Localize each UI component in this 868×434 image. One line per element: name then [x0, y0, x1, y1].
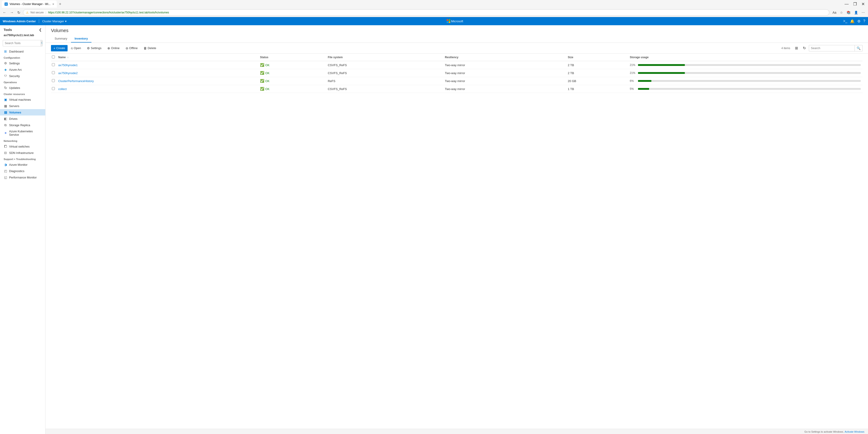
col-header-resiliency[interactable]: Resiliency	[443, 54, 566, 61]
sidebar-item-storage-replica[interactable]: Storage Replica	[0, 122, 45, 128]
diagnostics-icon	[4, 169, 7, 173]
row-checkbox-cell[interactable]	[51, 69, 56, 77]
activate-windows-link[interactable]: Activate Windows	[844, 430, 864, 433]
volume-name-link-2[interactable]: ClusterPerformanceHistory	[58, 79, 94, 83]
tools-search-box[interactable]: 🔍	[3, 40, 42, 46]
row-filesystem-2: ReFS	[326, 77, 443, 85]
row-status-0: ✅ OK	[258, 61, 326, 69]
sidebar-item-azure-monitor[interactable]: Azure Monitor	[0, 161, 45, 168]
open-button[interactable]: ⎋ Open	[68, 45, 84, 52]
volume-name-link-3[interactable]: collect	[58, 87, 67, 91]
row-checkbox-3[interactable]	[52, 87, 55, 90]
create-button[interactable]: + Create	[51, 45, 68, 52]
sidebar-item-virtual-switches[interactable]: Virtual switches	[0, 143, 45, 149]
cluster-manager-button[interactable]: Cluster Manager ▾	[42, 20, 66, 23]
browser-profile-icon[interactable]: 👤	[853, 10, 859, 15]
tab-inventory[interactable]: Inventory	[71, 35, 92, 42]
browser-toolbar-icons: Aa ☆ 📚 👤 ⋯	[831, 10, 866, 15]
sidebar-collapse-button[interactable]: ❮	[39, 28, 42, 32]
row-checkbox-cell[interactable]	[51, 85, 56, 93]
terminal-icon[interactable]: >_	[843, 19, 847, 23]
header-separator: |	[38, 19, 39, 23]
toolbar: + Create ⎋ Open ⚙ Settings ⊕ Online ⊖ Of…	[45, 43, 868, 54]
col-name-label: Name	[58, 56, 66, 59]
column-picker-button[interactable]: ⊞	[793, 44, 800, 52]
sidebar-item-azure-arc[interactable]: Azure Arc	[0, 66, 45, 73]
help-icon[interactable]: ?	[863, 19, 865, 23]
toolbar-search[interactable]: 🔍	[809, 45, 863, 52]
forward-button[interactable]: →	[9, 9, 14, 15]
sidebar-item-label: Settings	[9, 62, 20, 65]
refresh-button[interactable]: ↻	[17, 9, 21, 16]
status-ok-icon-3: ✅	[260, 87, 265, 91]
sidebar: Tools ❮ ax750hyclu11.test.lab 🔍 Dashboar…	[0, 25, 45, 434]
browser-chrome: W Volumes - Cluster Manager - Wi... × + …	[0, 0, 868, 17]
sidebar-item-diagnostics[interactable]: Diagnostics	[0, 168, 45, 174]
main-content: Volumes Summary Inventory + Create ⎋ Ope…	[45, 25, 868, 434]
app-header: Windows Admin Center | Cluster Manager ▾…	[0, 17, 868, 25]
col-header-name[interactable]: Name ↑	[56, 54, 258, 61]
col-header-filesystem[interactable]: File system	[326, 54, 443, 61]
browser-tab[interactable]: W Volumes - Cluster Manager - Wi... ×	[2, 0, 57, 8]
drives-icon	[4, 117, 7, 121]
row-filesystem-1: CSVFS_ReFS	[326, 69, 443, 77]
sidebar-item-sdn-infrastructure[interactable]: SDN Infrastructure	[0, 149, 45, 156]
select-all-checkbox[interactable]	[52, 56, 55, 59]
tab-inventory-label: Inventory	[74, 37, 88, 40]
col-header-storage-usage[interactable]: Storage usage	[628, 54, 863, 61]
volume-name-link-1[interactable]: ax750hynode2	[58, 71, 78, 75]
cluster-manager-chevron: ▾	[65, 20, 67, 23]
notifications-icon[interactable]: 🔔	[850, 19, 855, 24]
back-button[interactable]: ←	[2, 9, 7, 15]
sidebar-item-performance-monitor[interactable]: Performance Monitor	[0, 174, 45, 180]
window-close-button[interactable]: ✕	[860, 2, 866, 7]
tab-favicon: W	[5, 2, 8, 6]
address-bar[interactable]: ⚠ Not secure | https://100.98.22.107/clu…	[23, 9, 829, 16]
row-checkbox-1[interactable]	[52, 71, 55, 74]
delete-button[interactable]: 🗑 Delete	[141, 45, 159, 52]
col-header-status[interactable]: Status	[258, 54, 326, 61]
open-icon: ⎋	[71, 46, 73, 50]
table-header: Name ↑ Status File system Resiliency	[51, 54, 863, 61]
sidebar-item-aks[interactable]: Azure Kubernetes Service	[0, 128, 45, 138]
status-text-2: OK	[265, 79, 270, 83]
row-checkbox-cell[interactable]	[51, 61, 56, 69]
browser-collections-icon[interactable]: 📚	[845, 10, 852, 15]
aks-icon	[4, 131, 7, 135]
tab-summary[interactable]: Summary	[51, 35, 71, 42]
col-header-size[interactable]: Size	[566, 54, 628, 61]
app-settings-icon[interactable]: ⚙	[857, 19, 861, 24]
browser-favorites-icon[interactable]: ☆	[839, 10, 844, 15]
online-button[interactable]: ⊕ Online	[105, 45, 122, 52]
row-checkbox-2[interactable]	[52, 79, 55, 82]
tab-close-button[interactable]: ×	[52, 2, 54, 6]
volume-name-link-0[interactable]: ax750hynode1	[58, 63, 78, 67]
search-button[interactable]: 🔍	[855, 45, 862, 51]
refresh-table-button[interactable]: ↻	[801, 44, 808, 52]
select-all-header[interactable]	[51, 54, 56, 61]
window-restore-button[interactable]: ❐	[852, 2, 858, 7]
sidebar-item-dashboard[interactable]: Dashboard	[0, 48, 45, 55]
sidebar-item-servers[interactable]: Servers	[0, 103, 45, 109]
window-minimize-button[interactable]: —	[843, 2, 850, 7]
tools-search-button[interactable]: 🔍	[41, 40, 42, 46]
row-resiliency-3: Two-way mirror	[443, 85, 566, 93]
row-checkbox-0[interactable]	[52, 63, 55, 66]
row-filesystem-3: CSVFS_ReFS	[326, 85, 443, 93]
sidebar-item-updates[interactable]: Updates	[0, 85, 45, 91]
settings-button[interactable]: ⚙ Settings	[85, 45, 104, 52]
tools-search-input[interactable]	[3, 42, 41, 45]
sidebar-item-volumes[interactable]: Volumes	[0, 109, 45, 115]
sidebar-item-drives[interactable]: Drives	[0, 115, 45, 122]
row-name-2: ClusterPerformanceHistory	[56, 77, 258, 85]
sidebar-item-settings[interactable]: Settings	[0, 60, 45, 66]
browser-more-icon[interactable]: ⋯	[860, 10, 866, 15]
sidebar-item-security[interactable]: Security	[0, 73, 45, 79]
tab-summary-label: Summary	[55, 37, 67, 40]
new-tab-button[interactable]: +	[57, 1, 63, 7]
reader-mode-icon[interactable]: Aa	[831, 10, 838, 15]
offline-button[interactable]: ⊖ Offline	[123, 45, 140, 52]
search-input[interactable]	[809, 45, 855, 51]
sidebar-item-virtual-machines[interactable]: Virtual machines	[0, 96, 45, 103]
row-checkbox-cell[interactable]	[51, 77, 56, 85]
